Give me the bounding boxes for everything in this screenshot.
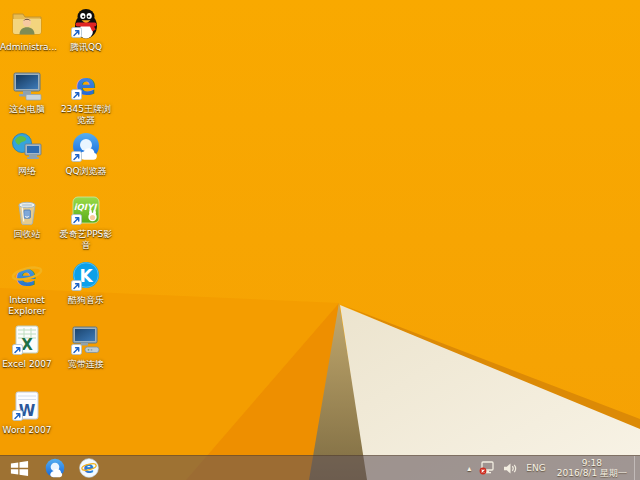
- desktop-icon-label: 宽带连接: [59, 359, 113, 370]
- svg-text:X: X: [21, 336, 33, 354]
- desktop: Administra... 这台电脑: [0, 0, 640, 480]
- shortcut-arrow-badge: [72, 215, 82, 225]
- desktop-icon-recycle-bin[interactable]: 回收站: [0, 192, 54, 240]
- desktop-icon-broadband[interactable]: 宽带连接: [59, 322, 113, 370]
- desktop-icon-label: 回收站: [0, 229, 54, 240]
- excel-icon: X: [9, 322, 45, 358]
- language-indicator[interactable]: ENG: [522, 456, 549, 480]
- shortcut-arrow-badge: [13, 345, 23, 355]
- desktop-icon-label: Excel 2007: [0, 359, 54, 370]
- desktop-icon-label: Internet Explorer: [0, 295, 54, 317]
- desktop-icon-label: 酷狗音乐: [59, 295, 113, 306]
- 2345-browser-icon: e: [68, 67, 104, 103]
- clock-date: 2016/8/1 星期一: [557, 468, 627, 478]
- shortcut-arrow-badge: [13, 411, 23, 421]
- shortcut-arrow-badge: [72, 90, 82, 100]
- clock-time: 9:18: [582, 458, 602, 468]
- desktop-icon-2345-browser[interactable]: e 2345王牌浏览器: [59, 67, 113, 126]
- shortcut-arrow-badge: [72, 152, 82, 162]
- speaker-icon: [503, 462, 518, 475]
- internet-explorer-icon: e: [9, 258, 45, 294]
- network-status-button[interactable]: [475, 456, 499, 480]
- shortcut-arrow-badge: [72, 281, 82, 291]
- clock[interactable]: 9:18 2016/8/1 星期一: [550, 456, 634, 480]
- windows-logo-icon: [9, 458, 30, 479]
- desktop-icon-label: Word 2007: [0, 425, 54, 436]
- start-button[interactable]: [0, 456, 38, 480]
- kugou-music-icon: K: [68, 258, 104, 294]
- desktop-icon-administrator[interactable]: Administra...: [0, 5, 54, 53]
- network-disconnected-icon: [479, 461, 495, 475]
- internet-explorer-icon: e: [77, 456, 101, 480]
- volume-button[interactable]: [499, 456, 522, 480]
- desktop-icon-internet-explorer[interactable]: e Internet Explorer: [0, 258, 54, 317]
- taskbar-qq-browser-button[interactable]: [38, 456, 72, 480]
- user-folder-icon: [9, 5, 45, 41]
- network-globe-icon: [9, 129, 45, 165]
- qq-penguin-icon: [68, 5, 104, 41]
- desktop-icon-label: 2345王牌浏览器: [59, 104, 113, 126]
- desktop-icon-this-pc[interactable]: 这台电脑: [0, 67, 54, 115]
- desktop-icon-label: 腾讯QQ: [59, 42, 113, 53]
- desktop-icon-tencent-qq[interactable]: 腾讯QQ: [59, 5, 113, 53]
- desktop-icon-iqiyi-pps[interactable]: iQIYI 爱奇艺PPS影音: [59, 192, 113, 251]
- iqiyi-pps-icon: iQIYI: [68, 192, 104, 228]
- recycle-bin-icon: [9, 192, 45, 228]
- qq-browser-icon: [43, 456, 67, 480]
- desktop-icon-kugou[interactable]: K 酷狗音乐: [59, 258, 113, 306]
- desktop-icon-label: Administra...: [0, 42, 54, 53]
- desktop-icon-label: QQ浏览器: [59, 166, 113, 177]
- broadband-connection-icon: [68, 322, 104, 358]
- desktop-icon-excel-2007[interactable]: X Excel 2007: [0, 322, 54, 370]
- desktop-icon-label: 网络: [0, 166, 54, 177]
- desktop-icon-network[interactable]: 网络: [0, 129, 54, 177]
- desktop-icon-word-2007[interactable]: W Word 2007: [0, 388, 54, 436]
- qq-browser-icon: [68, 129, 104, 165]
- system-tray: ▴ ENG: [463, 456, 640, 480]
- computer-icon: [9, 67, 45, 103]
- show-hidden-icons-button[interactable]: ▴: [463, 456, 475, 480]
- taskbar-internet-explorer-button[interactable]: e: [72, 456, 106, 480]
- show-desktop-button[interactable]: [634, 456, 640, 480]
- chevron-up-icon: ▴: [467, 464, 471, 473]
- shortcut-arrow-badge: [72, 28, 82, 38]
- desktop-icon-qq-browser[interactable]: QQ浏览器: [59, 129, 113, 177]
- word-icon: W: [9, 388, 45, 424]
- desktop-icon-label: 爱奇艺PPS影音: [59, 229, 113, 251]
- desktop-icon-label: 这台电脑: [0, 104, 54, 115]
- taskbar: e ▴: [0, 455, 640, 480]
- shortcut-arrow-badge: [72, 345, 82, 355]
